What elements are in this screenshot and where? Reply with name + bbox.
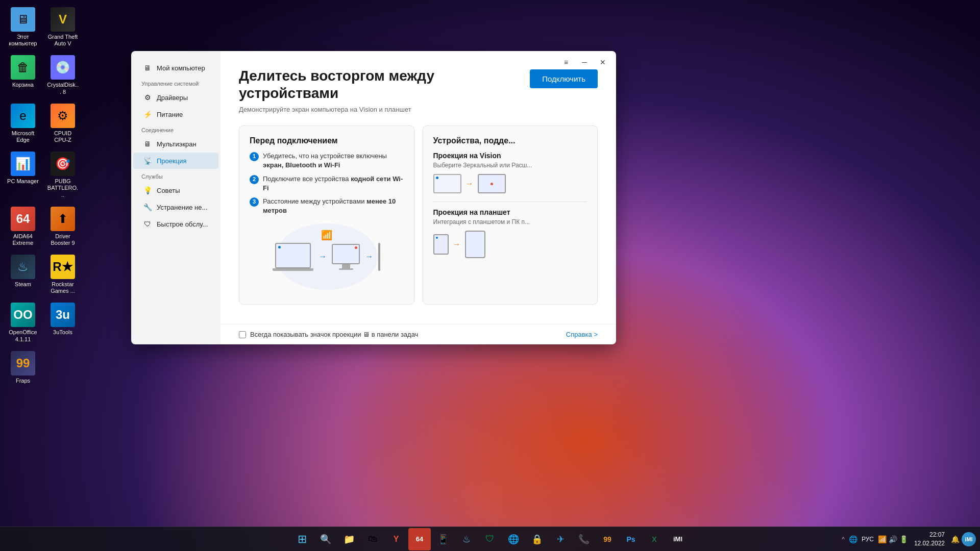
power-sidebar-icon: ⚡ [143, 110, 152, 118]
notification-bell-icon[interactable]: 🔔 [951, 535, 960, 543]
vision-projection-title: Проекция на Vision [433, 152, 587, 160]
desktop-icon-3utools[interactable]: 3u 3uTools [45, 300, 81, 344]
minimize-button[interactable]: ─ [577, 55, 592, 69]
before-connect-card: Перед подключением 1 Убедитесь, что на у… [239, 126, 414, 305]
help-link[interactable]: Справка > [566, 331, 598, 338]
desktop-icon-my-computer[interactable]: 🖥 Этот компьютер [5, 5, 41, 49]
sidebar-item-multiscreen[interactable]: 🖥 Мультиэкран [133, 136, 218, 152]
file-explorer-button[interactable]: 📁 [338, 528, 360, 550]
close-button[interactable]: ✕ [596, 55, 610, 69]
dialog-title: Делитесь восторгом между устройствами [239, 67, 474, 102]
fraps-icon: 99 [11, 351, 35, 375]
sidebar-section-section-system: Управление системой [131, 77, 220, 89]
desktop-icon-openoffice[interactable]: OO OpenOffice 4.1.11 [5, 300, 41, 344]
user-avatar[interactable]: iMl [962, 532, 976, 546]
cpuid-icon: ⚙ [51, 104, 75, 128]
vision-device-preview: → [433, 174, 587, 193]
desktop-icon-crystaldisk[interactable]: 💿 CrystalDisk... 8 [45, 53, 81, 97]
pc-manager-icon: 📊 [11, 152, 35, 176]
search-button[interactable]: 🔍 [314, 528, 337, 550]
yandex-browser-button[interactable]: Y [385, 528, 407, 550]
rockstar-label: Rockstar Games ... [47, 281, 79, 294]
tray-expand-button[interactable]: ^ [840, 534, 847, 545]
my-computer-icon: 🖥 [11, 7, 35, 32]
before-connect-title: Перед подключением [250, 136, 404, 145]
desktop-icon-rockstar[interactable]: R★ Rockstar Games ... [45, 253, 81, 296]
always-show-checkbox[interactable] [239, 331, 246, 338]
gta-v-icon: V [51, 7, 75, 32]
step-num-1: 1 [250, 152, 259, 161]
step-text-2: Подключите все устройства кодной сети Wi… [263, 174, 404, 193]
tablet-projection-title: Проекция на планшет [433, 208, 587, 216]
excel-button[interactable]: X [643, 528, 666, 550]
desktop-icon-pubg[interactable]: 🎯 PUBG BATTLERO... [45, 149, 81, 201]
quick-service-sidebar-icon: 🛡 [143, 220, 152, 228]
sidebar-item-my-computer[interactable]: 🖥 Мой компьютер [133, 60, 218, 76]
desktop-icon-cpuid[interactable]: ⚙ CPUID CPU-Z [45, 102, 81, 145]
sidebar-item-projection[interactable]: 📡 Проекция [133, 153, 218, 169]
openoffice-label: OpenOffice 4.1.11 [7, 329, 39, 342]
clock-date: 12.02.2022 [914, 539, 945, 548]
driver-booster-icon: ⬆ [51, 207, 75, 231]
taskbar: ⊞ 🔍 📁 🛍 Y 64 📱 ♨ 🛡 🌐 🔒 ✈ 📞 99 Ps X iMl [0, 527, 980, 551]
tablet-projection-desc: Интеграция с планшетом и ПК п... [433, 218, 587, 226]
dialog-titlebar: ≡ ─ ✕ [553, 51, 616, 73]
language-indicator[interactable]: РУС [860, 535, 876, 544]
steam-taskbar-button[interactable]: ♨ [455, 528, 478, 550]
telegram-button[interactable]: ✈ [549, 528, 572, 550]
pc-manager-label: PC Manager [7, 178, 39, 185]
sidebar-item-quick-service[interactable]: 🛡 Быстрое обслу... [133, 216, 218, 232]
start-button[interactable]: ⊞ [291, 528, 313, 550]
my-computer-sidebar-icon: 🖥 [143, 64, 152, 72]
recycle-bin-label: Корзина [12, 82, 34, 88]
taskbar-center: ⊞ 🔍 📁 🛍 Y 64 📱 ♨ 🛡 🌐 🔒 ✈ 📞 99 Ps X iMl [291, 528, 689, 550]
volume-tray-icon[interactable]: 🔊 [889, 535, 897, 543]
network-tray-icon[interactable]: 🌐 [849, 535, 857, 543]
vision-projection-option: Проекция на Vision Выберите Зеркальный и… [433, 152, 587, 193]
desktop-icon-recycle-bin[interactable]: 🗑 Корзина [5, 53, 41, 97]
wifi-tray-icon[interactable]: 📶 [878, 535, 887, 543]
sidebar-item-power[interactable]: ⚡ Питание [133, 106, 218, 122]
desktop-icon-aida64[interactable]: 64 AIDA64 Extreme [5, 205, 41, 248]
antivirus-button[interactable]: 🔒 [526, 528, 548, 550]
sidebar-item-troubleshoot[interactable]: 🔧 Устранение не... [133, 199, 218, 215]
desktop-icon-gta-v[interactable]: V Grand Theft Auto V [45, 5, 81, 49]
step-num-2: 2 [250, 175, 259, 184]
sidebar-item-drivers[interactable]: ⚙ Драйверы [133, 89, 218, 106]
desktop-icon-driver-booster[interactable]: ⬆ Driver Booster 9 [45, 205, 81, 248]
clock-display[interactable]: 22:07 12.02.2022 [910, 531, 949, 548]
quick-service-sidebar-label: Быстрое обслу... [157, 220, 208, 228]
pubg-label: PUBG BATTLERO... [47, 178, 79, 198]
my-computer-label: Этот компьютер [7, 34, 39, 47]
phone-link-button[interactable]: 📱 [432, 528, 454, 550]
desktop-icon-pc-manager[interactable]: 📊 PC Manager [5, 149, 41, 201]
sidebar-item-tips[interactable]: 💡 Советы [133, 182, 218, 198]
projection-sidebar-label: Проекция [157, 157, 186, 165]
system-tray: ^ 🌐 РУС 📶 🔊 🔋 22:07 12.02.2022 🔔 iMl [836, 531, 980, 548]
cpuid-label: CPUID CPU-Z [47, 130, 79, 143]
projection-dialog: 🖥 Мой компьютер Управление системой ⚙ Др… [131, 51, 616, 344]
battery-tray-icon[interactable]: 🔋 [899, 535, 908, 543]
source-monitor-icon [433, 174, 461, 193]
desktop-icon-steam[interactable]: ♨ Steam [5, 253, 41, 296]
aida64-taskbar-button[interactable]: 64 [408, 528, 431, 550]
whatsapp-button[interactable]: 📞 [573, 528, 595, 550]
ms-edge-label: Microsoft Edge [7, 130, 39, 143]
laptop-illustration [273, 243, 313, 271]
step-text-3: Расстояние между устройствами менее 10 м… [263, 197, 404, 215]
photoshop-button[interactable]: Ps [620, 528, 642, 550]
supported-devices-card: Устройства, подде... Проекция на Vision … [423, 126, 598, 305]
aida64-label: AIDA64 Extreme [7, 233, 39, 246]
iml-button[interactable]: iMl [667, 528, 689, 550]
dialog-header: Делитесь восторгом между устройствами По… [239, 67, 598, 102]
store-button[interactable]: 🛍 [361, 528, 384, 550]
edge-taskbar-button[interactable]: 🌐 [502, 528, 525, 550]
connect-arrow2-icon: → [365, 252, 373, 261]
card-divider [433, 202, 587, 202]
fraps-button[interactable]: 99 [596, 528, 619, 550]
kaspersky-button[interactable]: 🛡 [479, 528, 501, 550]
target-tablet-icon [465, 231, 485, 258]
supported-devices-title: Устройства, подде... [433, 136, 587, 145]
desktop-icon-fraps[interactable]: 99 Fraps [5, 349, 41, 386]
desktop-icon-ms-edge[interactable]: e Microsoft Edge [5, 102, 41, 145]
